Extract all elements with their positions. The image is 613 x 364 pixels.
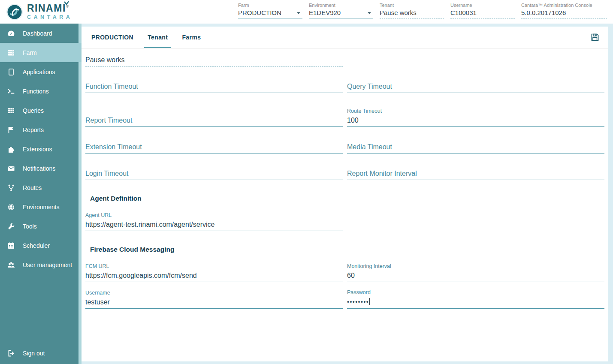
sidebar-item-label: Dashboard [23, 30, 52, 37]
fcm-username-value[interactable]: testuser [85, 297, 343, 309]
sidebar-item-label: Tools [23, 223, 37, 230]
login-timeout-input[interactable]: Login Timeout [85, 168, 343, 180]
environment-select[interactable]: Environment E1DEV920 [309, 3, 373, 18]
header-fields: Farm PRODUCTION Environment E1DEV920 Ten… [238, 3, 607, 21]
function-timeout-placeholder[interactable]: Function Timeout [85, 81, 343, 93]
dropdown-arrow-icon[interactable] [368, 12, 371, 14]
query-timeout-placeholder[interactable]: Query Timeout [347, 81, 604, 93]
tab-tenant[interactable]: Tenant [146, 27, 169, 48]
monitoring-interval-input[interactable]: Monitoring Interval 60 [347, 263, 604, 282]
main-content-card: PRODUCTION Tenant Farms Pause works Func… [82, 27, 608, 361]
table-grid-icon [7, 106, 15, 115]
sidebar-item-label: Applications [23, 69, 55, 75]
fcm-username-input[interactable]: Username testuser [85, 289, 343, 309]
report-timeout-input[interactable]: Report Timeout [85, 115, 343, 127]
sidebar-item-extensions[interactable]: Extensions [0, 139, 82, 159]
report-monitor-interval-input[interactable]: Report Monitor Interval [347, 168, 604, 180]
wrench-icon [7, 222, 15, 231]
tenant-form: Pause works Function Timeout Query Timeo… [82, 48, 608, 309]
agent-definition-heading: Agent Definition [90, 195, 604, 202]
save-icon [590, 33, 600, 42]
agent-url-value[interactable]: https://agent-test.rinami.com/agent/serv… [85, 219, 343, 231]
tablet-icon [7, 68, 15, 76]
fcm-url-value[interactable]: https://fcm.googleapis.com/fcm/send [85, 270, 343, 282]
media-timeout-input[interactable]: Media Timeout [347, 141, 604, 153]
route-timeout-value[interactable]: 100 [347, 115, 604, 127]
sidebar-item-label: Scheduler [23, 242, 50, 249]
sign-out-button[interactable]: Sign out [0, 343, 82, 363]
farm-value[interactable]: PRODUCTION [238, 9, 302, 18]
tenant-field[interactable]: Tenant Pause works [380, 3, 444, 18]
tab-farms[interactable]: Farms [181, 27, 202, 48]
fcm-password-value[interactable]: •••••••• [347, 296, 604, 309]
dropdown-arrow-icon[interactable] [297, 12, 300, 14]
report-monitor-interval-placeholder[interactable]: Report Monitor Interval [347, 168, 604, 180]
extension-timeout-placeholder[interactable]: Extension Timeout [85, 141, 343, 153]
sidebar-item-label: User management [23, 262, 72, 268]
fcm-url-label: FCM URL [85, 263, 343, 270]
sidebar-item-reports[interactable]: Reports [0, 120, 82, 139]
fcm-url-input[interactable]: FCM URL https://fcm.googleapis.com/fcm/s… [85, 263, 343, 282]
logo-line1-text: RINAMI [27, 3, 66, 14]
sidebar-item-tools[interactable]: Tools [0, 217, 82, 236]
route-timeout-input[interactable]: Route Timeout 100 [347, 108, 604, 127]
environment-value[interactable]: E1DEV920 [309, 9, 373, 18]
tenant-label: Tenant [380, 3, 444, 8]
monitoring-interval-value[interactable]: 60 [347, 270, 604, 282]
server-icon [7, 48, 15, 57]
sidebar-nav: Dashboard Farm Applications Functions Qu… [0, 24, 82, 364]
sidebar-item-queries[interactable]: Queries [0, 101, 82, 120]
extension-timeout-input[interactable]: Extension Timeout [85, 141, 343, 153]
save-button[interactable] [590, 27, 600, 48]
form-row: Report Timeout Route Timeout 100 [85, 108, 604, 127]
sidebar-item-applications[interactable]: Applications [0, 62, 82, 81]
fcm-password-input[interactable]: Password •••••••• [347, 289, 604, 309]
query-timeout-input[interactable]: Query Timeout [347, 81, 604, 93]
function-timeout-input[interactable]: Function Timeout [85, 81, 343, 93]
username-label: Username [450, 3, 515, 8]
rinami-logo-icon [6, 3, 23, 21]
farm-select[interactable]: Farm PRODUCTION [238, 3, 302, 18]
sidebar-item-functions[interactable]: Functions [0, 81, 82, 101]
firebase-cloud-messaging-heading: Firebase Cloud Messaging [90, 246, 604, 253]
sidebar-item-farm[interactable]: Farm [0, 43, 82, 62]
sidebar-item-label: Extensions [23, 146, 52, 153]
sidebar-item-routes[interactable]: Routes [0, 178, 82, 197]
tenant-name-value[interactable]: Pause works [85, 54, 343, 66]
puzzle-icon [7, 145, 15, 153]
login-timeout-placeholder[interactable]: Login Timeout [85, 168, 343, 180]
app-header: RINAMI® CANTARA Farm PRODUCTION Environm… [0, 0, 613, 24]
report-timeout-placeholder[interactable]: Report Timeout [85, 115, 343, 127]
form-row: Username testuser Password •••••••• [85, 289, 604, 309]
logo-check-icon [64, 1, 69, 5]
sidebar-item-environments[interactable]: Environments [0, 197, 82, 217]
dashboard-icon [7, 29, 15, 38]
tenant-value[interactable]: Pause works [380, 9, 444, 18]
tenant-name-input[interactable]: Pause works [85, 54, 343, 66]
monitoring-interval-label: Monitoring Interval [347, 263, 604, 270]
registered-mark: ® [66, 5, 69, 9]
form-row: Agent URL https://agent-test.rinami.com/… [85, 212, 604, 231]
form-row: Pause works [85, 54, 604, 66]
envelope-icon [7, 164, 15, 173]
console-version-value: 5.0.0.20171026 [521, 9, 607, 18]
agent-url-label: Agent URL [85, 212, 343, 219]
tab-production[interactable]: PRODUCTION [90, 27, 135, 48]
branch-icon [7, 184, 15, 192]
sidebar-item-scheduler[interactable]: Scheduler [0, 236, 82, 255]
console-version-field: Cantara™ Administration Console 5.0.0.20… [521, 3, 607, 18]
rinami-cantara-logo: RINAMI® CANTARA [6, 3, 72, 21]
calendar-icon [7, 241, 15, 250]
farm-label: Farm [238, 3, 302, 8]
sidebar-item-dashboard[interactable]: Dashboard [0, 24, 82, 43]
username-value[interactable]: C100031 [450, 9, 515, 18]
sidebar-item-label: Queries [23, 107, 44, 114]
agent-url-input[interactable]: Agent URL https://agent-test.rinami.com/… [85, 212, 343, 231]
media-timeout-placeholder[interactable]: Media Timeout [347, 141, 604, 153]
sidebar-item-label: Routes [23, 184, 42, 191]
users-icon [7, 261, 15, 269]
sidebar-item-user-management[interactable]: User management [0, 255, 82, 274]
sidebar-item-notifications[interactable]: Notifications [0, 159, 82, 178]
username-field[interactable]: Username C100031 [450, 3, 515, 18]
password-masked-value: •••••••• [347, 298, 369, 305]
